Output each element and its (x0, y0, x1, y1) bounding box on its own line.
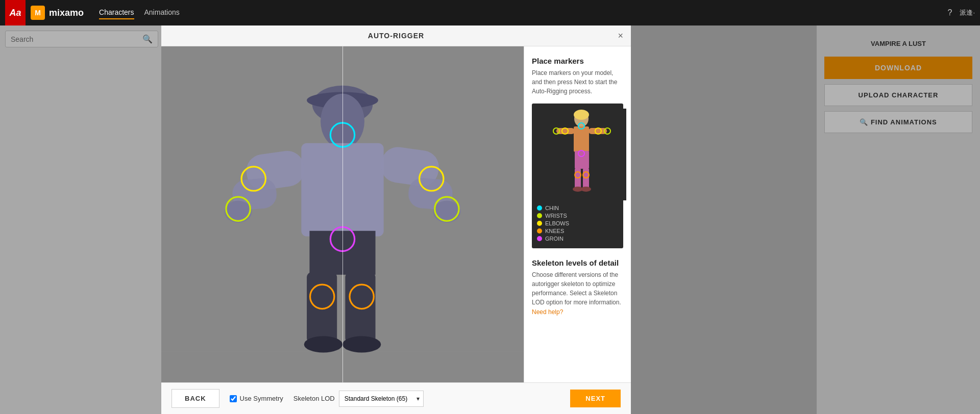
chin-dot (537, 205, 542, 211)
symmetry-line (342, 46, 343, 382)
legend-wrists: WRISTS (537, 213, 618, 219)
mixamo-brand-name: mixamo (49, 8, 84, 18)
mixamo-logo: M mixamo (31, 6, 84, 20)
nav-characters[interactable]: Characters (99, 6, 134, 19)
svg-rect-12 (307, 272, 337, 343)
auto-rigger-modal: AUTO-RIGGER × CHIN WRISTS ELBOWS KNEES G… (161, 25, 631, 414)
symmetry-checkbox[interactable] (230, 395, 237, 402)
back-button[interactable]: BACK (172, 389, 219, 408)
place-markers-text: Place markers on your model, and then pr… (532, 68, 623, 96)
modal-title: AUTO-RIGGER (368, 32, 424, 40)
skeleton-lod-label: Skeleton LOD (293, 395, 335, 402)
svg-rect-13 (345, 272, 375, 343)
nav-right: ? 派逢· (947, 8, 975, 17)
legend-items-list: CHIN WRISTS ELBOWS KNEES (537, 205, 618, 242)
user-label[interactable]: 派逢· (960, 8, 975, 17)
next-button[interactable]: NEXT (570, 390, 621, 407)
need-help-link[interactable]: Need help? (532, 308, 563, 316)
nav-links: Characters Animations (99, 6, 180, 19)
modal-body: CHIN WRISTS ELBOWS KNEES GROIN (161, 46, 631, 382)
modal-close-button[interactable]: × (618, 31, 623, 41)
svg-point-14 (304, 336, 342, 352)
symmetry-label: Use Symmetry (240, 395, 283, 402)
symmetry-checkbox-group: Use Symmetry (230, 395, 283, 402)
top-navigation: Aa M mixamo Characters Animations ? 派逢· (0, 0, 980, 25)
adobe-logo-text: Aa (9, 8, 21, 18)
skeleton-section: Skeleton levels of detail Choose differe… (532, 258, 623, 316)
svg-point-15 (342, 336, 381, 352)
info-panel: Place markers Place markers on your mode… (524, 46, 631, 382)
svg-point-9 (225, 201, 252, 223)
svg-point-26 (574, 110, 589, 120)
legend-elbows: ELBOWS (537, 220, 618, 226)
legend-chin: CHIN (537, 205, 618, 211)
groin-dot (537, 236, 542, 241)
nav-animations[interactable]: Animations (144, 6, 180, 19)
skeleton-text: Choose different versions of the autorig… (532, 270, 623, 307)
knees-dot (537, 228, 542, 234)
lod-select[interactable]: Standard Skeleton (65) (339, 391, 424, 407)
viewport[interactable]: CHIN WRISTS ELBOWS KNEES GROIN (161, 46, 524, 382)
groin-legend-label: GROIN (545, 236, 564, 242)
place-markers-title: Place markers (532, 57, 623, 65)
place-markers-section: Place markers Place markers on your mode… (532, 57, 623, 96)
adobe-logo: Aa (5, 0, 26, 25)
modal-header: AUTO-RIGGER × (161, 25, 631, 46)
mixamo-cube-icon: M (31, 6, 45, 20)
skeleton-title: Skeleton levels of detail (532, 258, 623, 267)
chin-legend-label: CHIN (545, 205, 559, 211)
wrists-dot (537, 213, 542, 218)
modal-overlay: AUTO-RIGGER × CHIN WRISTS ELBOWS KNEES G… (0, 25, 980, 414)
svg-point-34 (581, 187, 591, 192)
knees-legend-label: KNEES (545, 228, 564, 234)
svg-rect-27 (574, 126, 589, 152)
legend-groin: GROIN (537, 236, 618, 242)
legend-svg (537, 109, 626, 200)
modal-footer: BACK Use Symmetry Skeleton LOD Standard … (161, 382, 631, 414)
legend-image: CHIN WRISTS ELBOWS KNEES (532, 104, 623, 248)
wrists-legend-label: WRISTS (545, 213, 567, 219)
skeleton-lod-group: Skeleton LOD Standard Skeleton (65) (293, 391, 424, 407)
svg-point-10 (433, 201, 461, 223)
lod-select-wrap: Standard Skeleton (65) (339, 391, 424, 407)
elbows-dot (537, 221, 542, 226)
legend-knees: KNEES (537, 228, 618, 234)
elbows-legend-label: ELBOWS (545, 220, 569, 226)
help-icon[interactable]: ? (947, 8, 952, 17)
svg-rect-30 (575, 151, 589, 169)
